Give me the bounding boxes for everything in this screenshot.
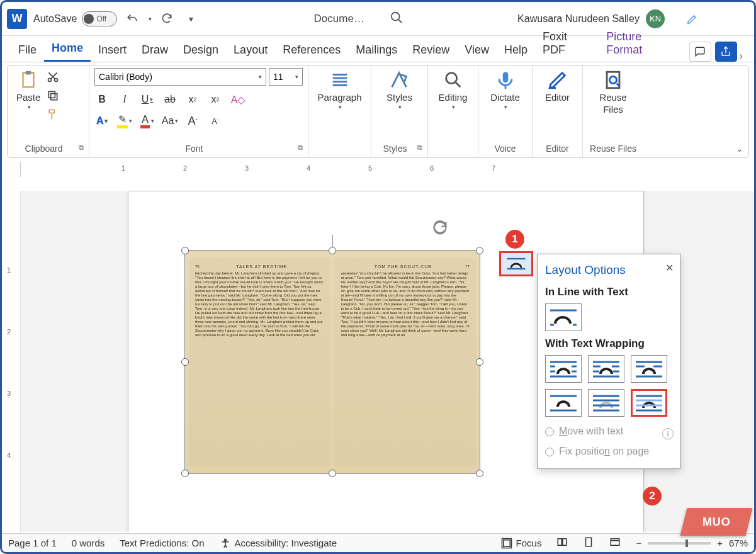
font-name-value: Calibri (Body) bbox=[99, 72, 152, 82]
reuse-files-button[interactable]: Reuse Files bbox=[595, 68, 630, 116]
zoom-in-button[interactable]: + bbox=[717, 538, 723, 548]
italic-button[interactable]: I bbox=[117, 92, 132, 107]
tab-design[interactable]: Design bbox=[176, 40, 226, 62]
zoom-value[interactable]: 67% bbox=[729, 538, 748, 548]
bold-button[interactable]: B bbox=[94, 92, 110, 107]
selected-image[interactable]: 76TALES AT BEDTIME fetched the day befor… bbox=[184, 250, 480, 474]
font-size-combo[interactable]: 11▾ bbox=[269, 68, 303, 86]
tab-home[interactable]: Home bbox=[44, 38, 91, 62]
tab-help[interactable]: Help bbox=[497, 40, 535, 62]
status-accessibility[interactable]: Accessibility: Investigate bbox=[220, 538, 337, 549]
font-name-combo[interactable]: Calibri (Body)▾ bbox=[94, 68, 266, 86]
autosave-state: Off bbox=[96, 14, 106, 23]
undo-dropdown-icon[interactable]: ▾ bbox=[149, 16, 152, 22]
tab-foxit[interactable]: Foxit PDF bbox=[535, 26, 599, 62]
strikethrough-button[interactable]: ab bbox=[162, 92, 178, 107]
tab-layout[interactable]: Layout bbox=[226, 40, 275, 62]
format-painter-icon[interactable] bbox=[47, 108, 59, 123]
book-left-page: 76TALES AT BEDTIME fetched the day befor… bbox=[189, 258, 330, 466]
paragraph-button[interactable]: Paragraph▾ bbox=[313, 68, 365, 111]
drawing-toggle-icon[interactable] bbox=[684, 10, 701, 28]
redo-button[interactable] bbox=[158, 10, 176, 28]
wrap-infront-option[interactable] bbox=[631, 389, 667, 417]
web-layout-icon[interactable] bbox=[609, 536, 621, 550]
styles-launcher-icon[interactable]: ⧉ bbox=[417, 144, 422, 152]
undo-button[interactable] bbox=[123, 10, 141, 28]
underline-button[interactable]: U▾ bbox=[140, 92, 155, 107]
svg-rect-13 bbox=[51, 94, 57, 100]
tab-references[interactable]: References bbox=[275, 40, 348, 62]
superscript-button[interactable]: x2 bbox=[208, 92, 223, 107]
document-canvas[interactable]: 76TALES AT BEDTIME fetched the day befor… bbox=[21, 191, 754, 532]
wrap-topbottom-option[interactable] bbox=[545, 389, 582, 417]
close-icon[interactable]: ✕ bbox=[665, 262, 674, 274]
user-account[interactable]: Kawusara Nurudeen Salley KN bbox=[517, 9, 665, 28]
status-page[interactable]: Page 1 of 1 bbox=[8, 538, 57, 548]
comments-button[interactable] bbox=[689, 42, 711, 62]
document-title[interactable]: Docume… bbox=[314, 13, 364, 25]
copy-icon[interactable] bbox=[47, 89, 59, 105]
editor-button[interactable]: Editor bbox=[541, 68, 573, 104]
search-icon[interactable] bbox=[390, 11, 403, 27]
share-button[interactable] bbox=[715, 42, 737, 62]
autosave-control[interactable]: AutoSave Off bbox=[33, 11, 117, 26]
tab-draw[interactable]: Draw bbox=[134, 40, 176, 62]
autosave-toggle[interactable]: Off bbox=[82, 11, 117, 26]
resize-handle-e[interactable] bbox=[476, 358, 483, 366]
fix-position-radio[interactable]: Fix position on page bbox=[545, 446, 672, 457]
rotate-handle-icon[interactable] bbox=[431, 219, 449, 239]
tab-insert[interactable]: Insert bbox=[91, 40, 134, 62]
resize-handle-sw[interactable] bbox=[181, 470, 189, 477]
clipboard-group-label: Clipboard bbox=[25, 144, 63, 154]
styles-button[interactable]: Styles▾ bbox=[383, 68, 416, 111]
highlight-button[interactable]: ✎▾ bbox=[117, 113, 132, 128]
resize-handle-se[interactable] bbox=[476, 470, 483, 477]
wrap-behind-option[interactable] bbox=[588, 389, 624, 417]
ribbon-tabs: File Home Insert Draw Design Layout Refe… bbox=[2, 36, 754, 62]
zoom-slider[interactable] bbox=[648, 542, 711, 545]
info-icon[interactable]: i bbox=[662, 428, 674, 439]
layout-options-float-button[interactable] bbox=[499, 251, 533, 276]
font-launcher-icon[interactable]: ⧉ bbox=[298, 144, 303, 152]
resize-handle-w[interactable] bbox=[181, 358, 189, 366]
read-mode-icon[interactable] bbox=[556, 536, 568, 550]
status-predictions[interactable]: Text Predictions: On bbox=[120, 538, 204, 548]
move-with-text-radio[interactable]: Move with text bbox=[545, 426, 672, 437]
resize-handle-s[interactable] bbox=[329, 470, 336, 477]
wrap-inline-option[interactable] bbox=[545, 303, 582, 331]
layout-options-panel: Layout Options ✕ In Line with Text With … bbox=[537, 254, 680, 469]
text-effects-button[interactable]: A▾ bbox=[94, 113, 110, 128]
clipboard-launcher-icon[interactable]: ⧉ bbox=[79, 144, 84, 152]
paste-button[interactable]: Paste ▾ bbox=[13, 68, 44, 111]
zoom-out-button[interactable]: − bbox=[636, 538, 641, 548]
tab-mailings[interactable]: Mailings bbox=[348, 40, 405, 62]
wrap-square-option[interactable] bbox=[545, 355, 582, 383]
focus-mode-button[interactable]: Focus bbox=[501, 538, 542, 549]
shrink-font-button[interactable]: Aˇ bbox=[208, 113, 223, 128]
subscript-button[interactable]: x2 bbox=[185, 92, 200, 107]
change-case-button[interactable]: Aa▾ bbox=[162, 113, 178, 128]
tab-view[interactable]: View bbox=[457, 40, 497, 62]
status-words[interactable]: 0 words bbox=[72, 538, 105, 548]
customize-qat-icon[interactable]: ▾ bbox=[182, 10, 200, 28]
tabs-overflow-icon[interactable]: › bbox=[737, 50, 746, 62]
dictate-button[interactable]: Dictate▾ bbox=[487, 68, 524, 111]
paste-label: Paste bbox=[16, 92, 40, 103]
cut-icon[interactable] bbox=[47, 71, 59, 86]
tab-picture-format[interactable]: Picture Format bbox=[599, 26, 685, 62]
grow-font-button[interactable]: Aˆ bbox=[185, 113, 200, 128]
print-layout-icon[interactable] bbox=[583, 536, 594, 550]
tab-review[interactable]: Review bbox=[405, 40, 457, 62]
clear-formatting-button[interactable]: A◇ bbox=[230, 92, 245, 107]
resize-handle-nw[interactable] bbox=[181, 247, 189, 254]
wrap-tight-option[interactable] bbox=[588, 355, 624, 383]
tab-file[interactable]: File bbox=[11, 40, 44, 62]
horizontal-ruler[interactable]: 1234567 bbox=[2, 162, 754, 177]
wrap-through-option[interactable] bbox=[631, 355, 667, 383]
resize-handle-n[interactable] bbox=[329, 247, 336, 254]
font-color-button[interactable]: A▾ bbox=[140, 113, 155, 128]
editing-button[interactable]: Editing▾ bbox=[435, 68, 471, 111]
resize-handle-ne[interactable] bbox=[476, 247, 483, 254]
vertical-ruler[interactable]: 1234 bbox=[2, 191, 21, 532]
collapse-ribbon-icon[interactable]: ⌄ bbox=[736, 144, 743, 154]
